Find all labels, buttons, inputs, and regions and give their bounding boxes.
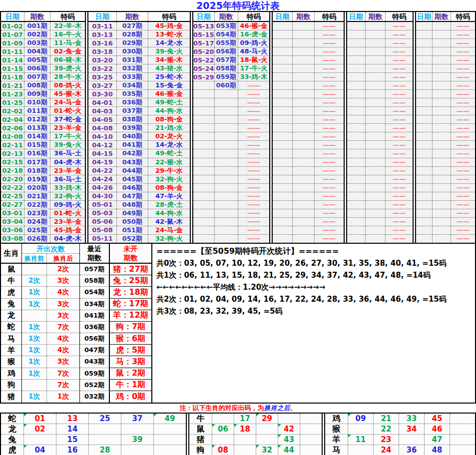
code-column-header: 特码 [148,12,190,21]
before-change-cell [22,264,47,275]
number-cell [348,424,374,434]
period-row: 04-22044期29-牛-水 [88,167,190,175]
date-cell: 04-30 [88,192,117,200]
period-cell: 057期 [215,56,238,64]
period-cell: 047期 [117,192,148,200]
date-cell [416,107,433,115]
code-cell: —— [238,98,269,106]
zodiac-name-cell: 马 [1,333,22,345]
code-cell: —— [451,39,475,47]
number-cell [212,435,234,445]
date-cell [416,218,433,226]
number-cell: 01 [24,414,56,424]
code-cell: 08-狗-金 [148,184,190,192]
period-cell [293,141,315,149]
stats-line: 共1次：06, 11, 13, 15, 18, 21, 25, 29, 34, … [156,269,471,281]
code-cell: —— [386,218,413,226]
date-cell [193,115,215,123]
period-row: —— [416,22,475,30]
period-row: —— [193,201,269,209]
period-row: —— [193,226,269,235]
period-cell: 003期 [24,39,50,47]
period-cell [433,141,451,149]
code-cell: —— [315,209,344,217]
date-cell: 04-01 [88,98,117,106]
period-row: —— [273,209,344,218]
period-row: 02-13016期36-马-土 [1,149,85,158]
period-row: 05-08051期24-马-金 [88,226,190,235]
code-column-header: 特码 [315,12,344,21]
period-column-header: 期数 [117,12,148,21]
period-cell [293,209,315,217]
period-cell: 011期 [24,107,50,115]
period-row: 01-02001期22-羊-木 [1,22,85,30]
code-cell: 08-狗-金 [148,115,190,123]
period-row: —— [347,218,413,226]
date-cell [273,47,293,55]
date-cell [273,209,293,217]
recent-period-cell: 056期 [80,333,110,345]
code-cell: 16-虎-金 [238,30,269,38]
period-row: —— [347,56,413,64]
number-cell: 36 [399,445,425,455]
date-cell [273,107,293,115]
date-cell [347,64,366,72]
date-cell [273,141,293,149]
period-cell [366,192,386,200]
code-cell: 45-猴-木 [50,90,85,98]
code-cell: —— [386,56,413,64]
period-cell: 051期 [117,226,148,234]
period-cell: 052期 [117,235,148,243]
code-cell: 18-鼠-火 [238,56,269,64]
period-cell: 010期 [24,98,50,106]
code-cell: 28-虎-土 [148,201,190,209]
period-row: —— [347,192,413,201]
period-row: 05-29059期33-鸡-木 [193,73,269,81]
number-cell [450,445,475,455]
number-cell: 16 [56,445,89,455]
date-cell [273,56,293,64]
date-cell: 02-08 [1,132,24,140]
period-row: —— [273,56,344,64]
period-row: —— [416,39,475,47]
period-row: —— [193,115,269,124]
period-row: —— [273,47,344,56]
period-cell [433,218,451,226]
period-row: —— [347,209,413,218]
period-table-group-5: 日期期数特码——————————————————————————————————… [344,12,413,243]
code-cell: 45-鸡-金 [50,226,85,234]
period-row: —— [273,132,344,141]
date-cell [193,132,215,140]
code-cell: 49-蛇-土 [148,149,190,157]
zodiac-name-cell: 羊 [325,435,348,445]
stats-line: ←←←←←←←←←平均线：1.20次→→→→→→→→→ [156,281,471,293]
code-cell: —— [238,158,269,166]
code-cell: —— [315,226,344,234]
code-cell: 04-虎-木 [50,158,85,166]
period-row: 04-03037期44-狗-水 [88,107,190,115]
period-cell: 041期 [117,141,148,149]
code-cell: —— [386,175,413,183]
code-cell: —— [451,132,475,140]
period-cell: 025期 [24,226,50,234]
code-cell: —— [386,184,413,192]
before-change-cell: 1次 [22,345,47,356]
date-cell: 03-01 [1,209,24,217]
period-cell [293,47,315,55]
period-cell: 021期 [24,192,50,200]
date-cell [273,30,293,38]
date-cell [416,39,433,47]
zodiac-stats-row: 龙3次041期羊：12期 [1,310,151,322]
date-cell [193,209,215,217]
period-row: —— [347,184,413,192]
date-column-header: 日期 [193,12,215,21]
code-cell: —— [315,90,344,98]
code-cell: —— [451,201,475,209]
period-cell: 040期 [117,132,148,140]
date-cell [416,158,433,166]
date-cell [416,124,433,132]
period-row: 05-20056期48-马-火 [193,47,269,56]
period-row: —— [273,141,344,149]
period-cell [215,226,238,234]
period-row: —— [416,141,475,149]
